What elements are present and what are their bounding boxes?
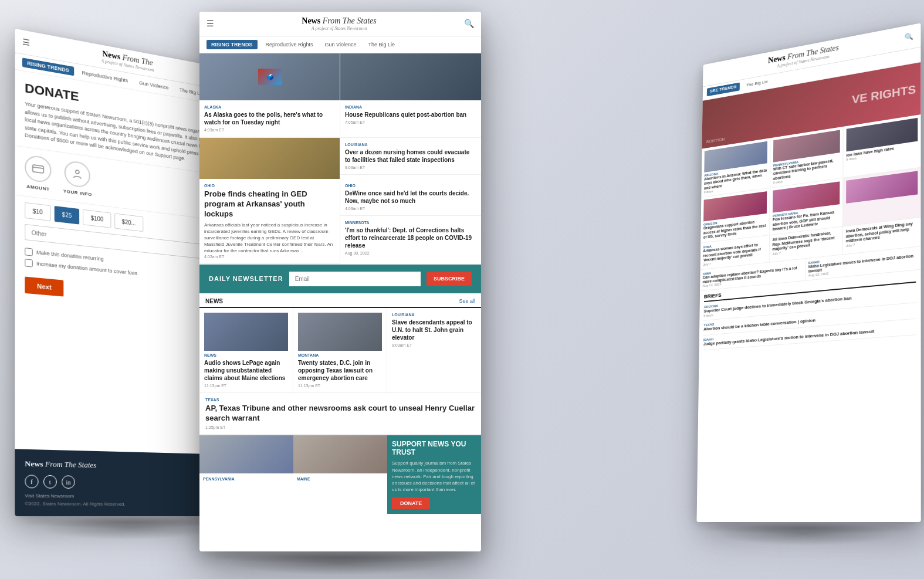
dewine-title: DeWine once said he'd let the courts dec…: [345, 189, 476, 205]
amount-100[interactable]: $100: [83, 209, 111, 228]
dewine-state: OHIO: [345, 184, 476, 188]
minnesota-state: MINNESOTA: [345, 221, 476, 225]
news-state-2: MONTANA: [298, 353, 382, 357]
texas-state: TEXAS: [205, 398, 475, 402]
bottom-row: PENNSYLVANIA MAINE SUPPORT NEWS YOU TRUS…: [199, 435, 481, 514]
right-grid-item-5[interactable]: PENNSYLVANIA Few lessons for Pa. from Ka…: [770, 178, 843, 235]
news-date-2: 11:13pm ET: [298, 384, 382, 388]
twitter-icon[interactable]: t: [43, 475, 57, 489]
featured-date: 4:02am ET: [204, 255, 335, 259]
texas-article[interactable]: TEXAS AP, Texas Tribune and other newsro…: [199, 393, 481, 435]
amount-200[interactable]: $20...: [114, 213, 143, 232]
people-image: [340, 53, 481, 100]
bottom-img-2-col: MAINE: [293, 435, 387, 514]
instagram-icon[interactable]: in: [62, 475, 75, 489]
cover-fees-checkbox[interactable]: [25, 259, 33, 267]
featured-image: [199, 138, 340, 179]
info-circle: [65, 160, 90, 188]
recurring-checkbox[interactable]: [25, 248, 33, 256]
news-title-1: Audio shows LePage again making unsubsta…: [204, 359, 288, 382]
news-col-2[interactable]: MONTANA Twenty states, D.C. join in oppo…: [293, 308, 387, 392]
newsletter-label: DAILY NEWSLETTER: [209, 275, 283, 282]
featured-body: Arkansas officials last year noticed a s…: [204, 222, 335, 255]
center-nav-big-lie[interactable]: The Big Lie: [364, 40, 398, 49]
svg-rect-0: [33, 164, 44, 172]
indiana-article[interactable]: INDIANA House Republicans quiet post-abo…: [340, 100, 481, 129]
next-button[interactable]: Next: [25, 276, 63, 296]
alaska-date: 4:03am ET: [204, 128, 335, 132]
bottom-state-1: PENNSYLVANIA: [203, 477, 290, 481]
louisiana-title: Over a dozen nursing homes could evacuat…: [345, 148, 476, 164]
amount-10[interactable]: $10: [25, 202, 50, 221]
bottom-image-2: [293, 435, 387, 473]
nav-gun[interactable]: Gun Violence: [136, 78, 172, 93]
news-col-3[interactable]: LOUISIANA Slave descendants appeal to U.…: [387, 308, 481, 392]
right-search-icon[interactable]: 🔍: [905, 32, 913, 42]
see-all-link[interactable]: See all: [459, 298, 475, 304]
right-nav-big-lie[interactable]: The Big Lie: [743, 77, 771, 90]
right-grid-item-4[interactable]: OREGON Oregonians support abortion acces…: [700, 188, 770, 243]
right-panel: News From The States A project of States…: [696, 23, 920, 522]
news-img-2: [298, 313, 382, 351]
info-step-label: YOUR INFO: [63, 188, 92, 197]
center-nav-rising[interactable]: RISING TRENDS: [207, 40, 258, 49]
news-title-3: Slave descendants appeal to U.N. to halt…: [392, 319, 476, 341]
dewine-article[interactable]: OHIO DeWine once said he'd let the court…: [340, 179, 481, 215]
indiana-date: 7:05am ET: [345, 120, 476, 124]
center-hamburger-icon[interactable]: ☰: [207, 19, 214, 29]
svg-point-2: [76, 170, 79, 174]
support-donate-button[interactable]: DONATE: [392, 497, 430, 509]
right-top-col: INDIANA House Republicans quiet post-abo…: [340, 53, 481, 137]
news-section-title: NEWS: [205, 298, 223, 304]
alaska-article[interactable]: ALASKA As Alaska goes to the polls, here…: [199, 100, 340, 137]
subscribe-button[interactable]: SUBSCRIBE: [427, 272, 472, 286]
newsletter-email-input[interactable]: [289, 272, 421, 286]
support-title: SUPPORT NEWS YOU TRUST: [392, 440, 476, 456]
indiana-title: House Republicans quiet post-abortion ba…: [345, 111, 476, 118]
featured-article[interactable]: OHIO Probe finds cheating in GED program…: [199, 179, 340, 264]
minnesota-date: Aug 30, 2022: [345, 251, 476, 255]
featured-col: OHIO Probe finds cheating in GED program…: [199, 138, 340, 264]
louisiana-date: 9:03am ET: [345, 165, 476, 170]
bottom-image-1: [199, 435, 293, 473]
middle-grid: OHIO Probe finds cheating in GED program…: [199, 138, 481, 265]
featured-overlay-text: BORTION: [706, 136, 725, 145]
news-3col-grid: NEWS Audio shows LePage again making uns…: [199, 308, 481, 393]
bottom-state-2: MAINE: [297, 477, 384, 481]
center-nav-gun[interactable]: Gun Violence: [321, 40, 360, 49]
louisiana-state: LOUISIANA: [345, 143, 476, 147]
alaska-state: ALASKA: [204, 105, 335, 109]
center-tagline: A project of States Newsroom: [214, 26, 464, 31]
facebook-icon[interactable]: f: [25, 475, 38, 488]
info-step: YOUR INFO: [63, 160, 92, 197]
bottom-img-1-col: PENNSYLVANIA: [199, 435, 293, 514]
texas-title: AP, Texas Tribune and other newsrooms as…: [205, 404, 475, 424]
louisiana-article[interactable]: LOUISIANA Over a dozen nursing homes cou…: [340, 138, 481, 175]
dewine-date: 4:03am ET: [345, 206, 476, 211]
center-logo: News From The States: [214, 16, 464, 26]
featured-state: OHIO: [204, 184, 335, 188]
top-article-grid: 🗳️ ALASKA As Alaska goes to the polls, h…: [199, 53, 481, 138]
alaska-article-image: 🗳️: [199, 53, 340, 100]
center-header: ☰ News From The States A project of Stat…: [199, 12, 481, 36]
news-col-1[interactable]: NEWS Audio shows LePage again making uns…: [199, 308, 293, 392]
amount-step: AMOUNT: [25, 154, 51, 192]
minnesota-article[interactable]: MINNESOTA 'I'm so thankful': Dept. of Co…: [340, 215, 481, 260]
minnesota-title: 'I'm so thankful': Dept. of Corrections …: [345, 226, 476, 249]
news-img-1: [204, 313, 288, 351]
center-nav-repro[interactable]: Reproductive Rights: [262, 40, 317, 49]
center-search-icon[interactable]: 🔍: [464, 19, 474, 29]
news-state-3: LOUISIANA: [392, 313, 476, 317]
amount-25[interactable]: $25: [54, 205, 79, 224]
right-stories-col: LOUISIANA Over a dozen nursing homes cou…: [340, 138, 481, 264]
support-text: Support quality journalism from States N…: [392, 460, 476, 493]
texas-date: 1:25pm ET: [205, 425, 475, 429]
news-date-3: 9:03am ET: [392, 343, 476, 347]
center-panel: ☰ News From The States A project of Stat…: [199, 12, 481, 551]
right-grid-item-6: [843, 168, 921, 227]
hamburger-icon[interactable]: ☰: [22, 37, 30, 48]
rg-img-6: [846, 171, 918, 204]
indiana-state: INDIANA: [345, 105, 476, 109]
left-top-col: 🗳️ ALASKA As Alaska goes to the polls, h…: [199, 53, 340, 137]
newsletter-bar: DAILY NEWSLETTER SUBSCRIBE: [199, 265, 481, 293]
